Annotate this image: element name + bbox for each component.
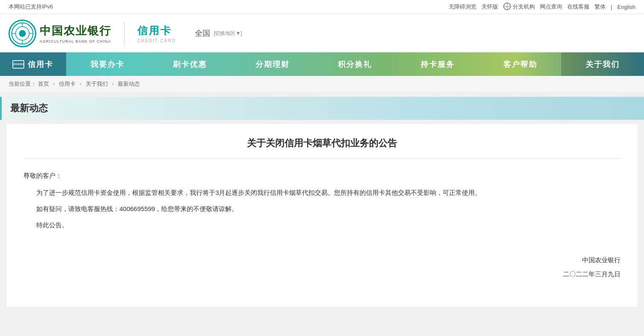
nav-item-card-offers[interactable]: 刷卡优惠 bbox=[148, 52, 231, 76]
logo-svg bbox=[11, 22, 34, 45]
sign-bank: 中国农业银行 bbox=[23, 253, 621, 267]
branches-link[interactable]: 分支机构 bbox=[513, 3, 535, 11]
outlets-link[interactable]: 网点查询 bbox=[540, 3, 562, 11]
logo-emblem bbox=[9, 20, 36, 47]
announcement-title: 关于关闭信用卡烟草代扣业务的公告 bbox=[23, 137, 621, 159]
page-title: 最新动态 bbox=[10, 103, 48, 113]
logo-main: 中国农业银行 AGRICULTURAL BANK OF CHINA bbox=[9, 20, 111, 47]
nav-label-about-us: 关于我们 bbox=[586, 59, 620, 70]
bank-name-cn: 中国农业银行 bbox=[40, 23, 111, 38]
nav-label-card-offers: 刷卡优惠 bbox=[173, 59, 207, 70]
sign-date: 二〇二二年三月九日 bbox=[23, 267, 621, 281]
credit-card-cn: 信用卡 bbox=[137, 24, 176, 38]
breadcrumb: 当前位置： 首页 › 信用卡 › 关于我们 › 最新动态 bbox=[0, 76, 644, 93]
nav-label-points: 积分换礼 bbox=[338, 59, 372, 70]
credit-card-en: CREDIT CARD bbox=[137, 38, 176, 43]
announcement-body: 尊敬的客户： 为了进一步规范信用卡资金使用，根据监管相关要求，我行将于3月起逐步… bbox=[23, 169, 621, 281]
traditional-link[interactable]: 繁体 bbox=[595, 3, 606, 11]
region-selector[interactable]: 全国 [切换地区▼] bbox=[195, 28, 242, 38]
header: 中国农业银行 AGRICULTURAL BANK OF CHINA 信用卡 CR… bbox=[0, 14, 644, 52]
announcement-para-3: 特此公告。 bbox=[23, 219, 621, 232]
accessibility-link[interactable]: 无障碍浏览 bbox=[449, 3, 476, 11]
top-bar-links: 无障碍浏览 关怀版 分支机构 网点查询 在线客服 繁体 | English bbox=[449, 3, 635, 11]
breadcrumb-credit-card[interactable]: 信用卡 bbox=[59, 81, 75, 87]
nav-label-apply-card: 我要办卡 bbox=[90, 59, 125, 70]
credit-card-label: 信用卡 CREDIT CARD bbox=[137, 24, 176, 43]
breadcrumb-sep-2: › bbox=[80, 81, 81, 87]
care-version-link[interactable]: 关怀版 bbox=[482, 3, 498, 11]
svg-point-2 bbox=[19, 30, 26, 37]
main-content: 关于关闭信用卡烟草代扣业务的公告 尊敬的客户： 为了进一步规范信用卡资金使用，根… bbox=[6, 124, 638, 307]
announcement-greeting: 尊敬的客户： bbox=[23, 169, 621, 182]
nav-item-installment[interactable]: 分期理财 bbox=[231, 52, 314, 76]
nav-item-points[interactable]: 积分换礼 bbox=[314, 52, 397, 76]
breadcrumb-sep-1: › bbox=[53, 81, 55, 87]
breadcrumb-about-us[interactable]: 关于我们 bbox=[86, 81, 108, 87]
announcement-para-2: 如有疑问，请致电客服热线：4006695599，给您带来的不便敬请谅解。 bbox=[23, 203, 621, 215]
region-label: 全国 bbox=[195, 28, 210, 38]
page-title-section: 最新动态 bbox=[0, 97, 644, 120]
nav-label-card-service: 持卡服务 bbox=[421, 59, 455, 70]
logo-area: 中国农业银行 AGRICULTURAL BANK OF CHINA 信用卡 CR… bbox=[9, 20, 242, 47]
english-link[interactable]: English bbox=[617, 4, 635, 10]
top-bar: 本网站已支持IPv6 无障碍浏览 关怀版 分支机构 网点查询 在线客服 繁体 |… bbox=[0, 0, 644, 14]
logo-separator bbox=[124, 22, 125, 45]
main-nav: 信用卡 我要办卡 刷卡优惠 分期理财 积分换礼 持卡服务 客户帮助 关于我们 bbox=[0, 52, 644, 76]
nav-item-credit-card[interactable]: 信用卡 bbox=[0, 52, 66, 76]
nav-item-card-service[interactable]: 持卡服务 bbox=[396, 52, 479, 76]
logo-text-block: 中国农业银行 AGRICULTURAL BANK OF CHINA bbox=[40, 23, 111, 43]
breadcrumb-sep-3: › bbox=[112, 81, 113, 87]
breadcrumb-prefix: 当前位置： bbox=[9, 81, 36, 87]
announcement-sign: 中国农业银行 二〇二二年三月九日 bbox=[23, 253, 621, 281]
region-switch[interactable]: [切换地区▼] bbox=[214, 30, 242, 37]
ipv6-label: 本网站已支持IPv6 bbox=[9, 3, 53, 11]
online-service-link[interactable]: 在线客服 bbox=[567, 3, 589, 11]
nav-label-installment: 分期理财 bbox=[255, 59, 290, 70]
nav-label-help: 客户帮助 bbox=[503, 59, 537, 70]
nav-item-apply-card[interactable]: 我要办卡 bbox=[66, 52, 149, 76]
bank-name-en: AGRICULTURAL BANK OF CHINA bbox=[40, 39, 111, 43]
nav-item-about-us[interactable]: 关于我们 bbox=[561, 52, 644, 76]
nav-item-help[interactable]: 客户帮助 bbox=[479, 52, 562, 76]
announcement-para-1: 为了进一步规范信用卡资金使用，根据监管相关要求，我行将于3月起逐步关闭我行信用卡… bbox=[23, 186, 621, 199]
globe-icon bbox=[503, 3, 511, 10]
nav-label-credit-card: 信用卡 bbox=[28, 59, 53, 70]
breadcrumb-home[interactable]: 首页 bbox=[38, 81, 49, 87]
breadcrumb-current: 最新动态 bbox=[118, 81, 140, 87]
divider: | bbox=[611, 4, 612, 10]
